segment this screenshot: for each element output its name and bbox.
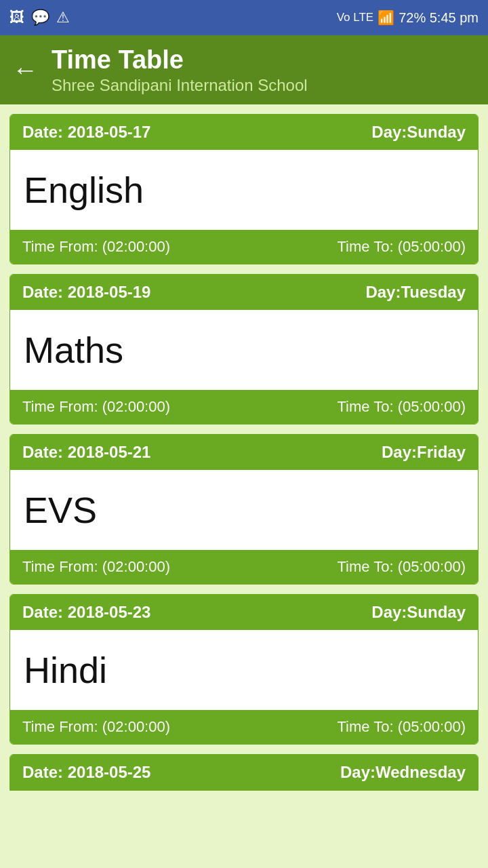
card-day-1: Day:Tuesday <box>365 283 466 302</box>
card-footer-1: Time From: (02:00:00) Time To: (05:00:00… <box>10 390 478 424</box>
card-time-to-3: Time To: (05:00:00) <box>337 718 466 736</box>
card-date-2: Date: 2018-05-21 <box>22 443 150 462</box>
card-day-2: Day:Friday <box>382 443 466 462</box>
card-date-3: Date: 2018-05-23 <box>22 603 150 622</box>
status-bar-right: Vo LTE 📶 72% 5:45 pm <box>337 9 479 26</box>
card-footer-0: Time From: (02:00:00) Time To: (05:00:00… <box>10 230 478 264</box>
app-bar: ← Time Table Shree Sandipani Internation… <box>0 35 488 104</box>
warning-icon: ⚠ <box>56 9 70 26</box>
status-bar-left: 🖼 💬 ⚠ <box>9 9 70 26</box>
card-time-from-2: Time From: (02:00:00) <box>22 558 170 576</box>
back-button[interactable]: ← <box>12 57 38 83</box>
page-subtitle: Shree Sandipani Internation School <box>52 76 308 96</box>
card-header-0: Date: 2018-05-17 Day:Sunday <box>10 115 478 150</box>
gallery-icon: 🖼 <box>9 9 24 26</box>
card-date-0: Date: 2018-05-17 <box>22 123 150 142</box>
card-header-1: Date: 2018-05-19 Day:Tuesday <box>10 275 478 310</box>
card-header-4: Date: 2018-05-25 Day:Wednesday <box>10 755 478 790</box>
timetable-card-0: Date: 2018-05-17 Day:Sunday English Time… <box>9 114 479 264</box>
card-day-4: Day:Wednesday <box>340 763 466 782</box>
sim-icon: Vo LTE <box>337 11 374 24</box>
card-subject-3: Hindi <box>10 630 478 710</box>
card-subject-0: English <box>10 150 478 230</box>
status-bar: 🖼 💬 ⚠ Vo LTE 📶 72% 5:45 pm <box>0 0 488 35</box>
card-time-to-2: Time To: (05:00:00) <box>337 558 466 576</box>
signal-icon: 📶 <box>378 9 394 26</box>
card-subject-2: EVS <box>10 470 478 550</box>
card-footer-3: Time From: (02:00:00) Time To: (05:00:00… <box>10 710 478 744</box>
card-time-from-3: Time From: (02:00:00) <box>22 718 170 736</box>
card-date-4: Date: 2018-05-25 <box>22 763 150 782</box>
timetable-list: Date: 2018-05-17 Day:Sunday English Time… <box>0 104 488 800</box>
whatsapp-icon: 💬 <box>31 9 49 26</box>
card-day-0: Day:Sunday <box>371 123 466 142</box>
card-time-from-1: Time From: (02:00:00) <box>22 398 170 416</box>
app-bar-titles: Time Table Shree Sandipani Internation S… <box>52 45 308 95</box>
card-subject-1: Maths <box>10 310 478 390</box>
timetable-card-1: Date: 2018-05-19 Day:Tuesday Maths Time … <box>9 274 479 425</box>
card-header-2: Date: 2018-05-21 Day:Friday <box>10 435 478 470</box>
card-time-from-0: Time From: (02:00:00) <box>22 238 170 256</box>
battery-text: 72% 5:45 pm <box>399 10 479 26</box>
card-date-1: Date: 2018-05-19 <box>22 283 150 302</box>
timetable-card-3: Date: 2018-05-23 Day:Sunday Hindi Time F… <box>9 594 479 745</box>
card-day-3: Day:Sunday <box>371 603 466 622</box>
card-header-3: Date: 2018-05-23 Day:Sunday <box>10 595 478 630</box>
timetable-card-2: Date: 2018-05-21 Day:Friday EVS Time Fro… <box>9 434 479 585</box>
card-time-to-1: Time To: (05:00:00) <box>337 398 466 416</box>
card-footer-2: Time From: (02:00:00) Time To: (05:00:00… <box>10 550 478 584</box>
page-title: Time Table <box>52 45 308 76</box>
timetable-card-4: Date: 2018-05-25 Day:Wednesday <box>9 754 479 791</box>
card-time-to-0: Time To: (05:00:00) <box>337 238 466 256</box>
